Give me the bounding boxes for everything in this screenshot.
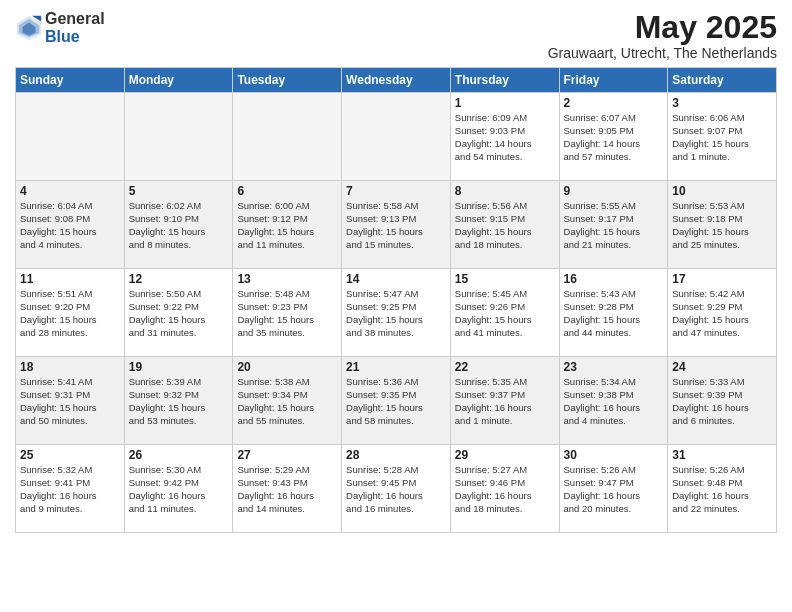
day-info: Sunrise: 5:27 AM Sunset: 9:46 PM Dayligh…	[455, 464, 555, 515]
day-number: 9	[564, 184, 664, 198]
day-number: 17	[672, 272, 772, 286]
day-info: Sunrise: 6:00 AM Sunset: 9:12 PM Dayligh…	[237, 200, 337, 251]
day-info: Sunrise: 5:56 AM Sunset: 9:15 PM Dayligh…	[455, 200, 555, 251]
day-number: 31	[672, 448, 772, 462]
day-info: Sunrise: 6:04 AM Sunset: 9:08 PM Dayligh…	[20, 200, 120, 251]
logo-icon	[15, 14, 43, 42]
calendar-cell: 20Sunrise: 5:38 AM Sunset: 9:34 PM Dayli…	[233, 357, 342, 445]
calendar-cell: 15Sunrise: 5:45 AM Sunset: 9:26 PM Dayli…	[450, 269, 559, 357]
day-info: Sunrise: 6:07 AM Sunset: 9:05 PM Dayligh…	[564, 112, 664, 163]
day-info: Sunrise: 6:02 AM Sunset: 9:10 PM Dayligh…	[129, 200, 229, 251]
day-number: 23	[564, 360, 664, 374]
calendar-cell: 21Sunrise: 5:36 AM Sunset: 9:35 PM Dayli…	[342, 357, 451, 445]
day-number: 1	[455, 96, 555, 110]
header-row: Sunday Monday Tuesday Wednesday Thursday…	[16, 68, 777, 93]
logo-text: General Blue	[45, 10, 105, 45]
calendar-cell: 5Sunrise: 6:02 AM Sunset: 9:10 PM Daylig…	[124, 181, 233, 269]
col-tuesday: Tuesday	[233, 68, 342, 93]
title-block: May 2025 Grauwaart, Utrecht, The Netherl…	[548, 10, 777, 61]
day-number: 26	[129, 448, 229, 462]
calendar-cell: 13Sunrise: 5:48 AM Sunset: 9:23 PM Dayli…	[233, 269, 342, 357]
day-info: Sunrise: 5:26 AM Sunset: 9:48 PM Dayligh…	[672, 464, 772, 515]
day-info: Sunrise: 5:55 AM Sunset: 9:17 PM Dayligh…	[564, 200, 664, 251]
day-info: Sunrise: 5:48 AM Sunset: 9:23 PM Dayligh…	[237, 288, 337, 339]
day-number: 27	[237, 448, 337, 462]
day-info: Sunrise: 5:47 AM Sunset: 9:25 PM Dayligh…	[346, 288, 446, 339]
day-number: 16	[564, 272, 664, 286]
col-wednesday: Wednesday	[342, 68, 451, 93]
calendar-cell	[124, 93, 233, 181]
day-number: 10	[672, 184, 772, 198]
day-info: Sunrise: 5:58 AM Sunset: 9:13 PM Dayligh…	[346, 200, 446, 251]
day-info: Sunrise: 5:39 AM Sunset: 9:32 PM Dayligh…	[129, 376, 229, 427]
col-thursday: Thursday	[450, 68, 559, 93]
day-number: 13	[237, 272, 337, 286]
calendar-cell: 29Sunrise: 5:27 AM Sunset: 9:46 PM Dayli…	[450, 445, 559, 533]
day-info: Sunrise: 5:32 AM Sunset: 9:41 PM Dayligh…	[20, 464, 120, 515]
day-number: 12	[129, 272, 229, 286]
calendar-cell	[233, 93, 342, 181]
calendar-cell: 24Sunrise: 5:33 AM Sunset: 9:39 PM Dayli…	[668, 357, 777, 445]
day-number: 4	[20, 184, 120, 198]
calendar-cell: 19Sunrise: 5:39 AM Sunset: 9:32 PM Dayli…	[124, 357, 233, 445]
calendar-cell: 14Sunrise: 5:47 AM Sunset: 9:25 PM Dayli…	[342, 269, 451, 357]
calendar-week-3: 11Sunrise: 5:51 AM Sunset: 9:20 PM Dayli…	[16, 269, 777, 357]
calendar-week-5: 25Sunrise: 5:32 AM Sunset: 9:41 PM Dayli…	[16, 445, 777, 533]
day-info: Sunrise: 5:29 AM Sunset: 9:43 PM Dayligh…	[237, 464, 337, 515]
day-info: Sunrise: 5:53 AM Sunset: 9:18 PM Dayligh…	[672, 200, 772, 251]
day-number: 15	[455, 272, 555, 286]
day-number: 3	[672, 96, 772, 110]
day-info: Sunrise: 5:38 AM Sunset: 9:34 PM Dayligh…	[237, 376, 337, 427]
day-info: Sunrise: 6:09 AM Sunset: 9:03 PM Dayligh…	[455, 112, 555, 163]
calendar-cell: 18Sunrise: 5:41 AM Sunset: 9:31 PM Dayli…	[16, 357, 125, 445]
day-number: 19	[129, 360, 229, 374]
day-number: 29	[455, 448, 555, 462]
calendar-cell: 8Sunrise: 5:56 AM Sunset: 9:15 PM Daylig…	[450, 181, 559, 269]
day-info: Sunrise: 5:35 AM Sunset: 9:37 PM Dayligh…	[455, 376, 555, 427]
day-info: Sunrise: 5:42 AM Sunset: 9:29 PM Dayligh…	[672, 288, 772, 339]
calendar-cell: 28Sunrise: 5:28 AM Sunset: 9:45 PM Dayli…	[342, 445, 451, 533]
day-info: Sunrise: 5:30 AM Sunset: 9:42 PM Dayligh…	[129, 464, 229, 515]
month-year-title: May 2025	[548, 10, 777, 45]
day-number: 8	[455, 184, 555, 198]
day-number: 7	[346, 184, 446, 198]
day-info: Sunrise: 5:34 AM Sunset: 9:38 PM Dayligh…	[564, 376, 664, 427]
calendar-week-1: 1Sunrise: 6:09 AM Sunset: 9:03 PM Daylig…	[16, 93, 777, 181]
day-info: Sunrise: 5:33 AM Sunset: 9:39 PM Dayligh…	[672, 376, 772, 427]
day-number: 14	[346, 272, 446, 286]
day-number: 30	[564, 448, 664, 462]
page-container: General Blue May 2025 Grauwaart, Utrecht…	[0, 0, 792, 543]
calendar-table: Sunday Monday Tuesday Wednesday Thursday…	[15, 67, 777, 533]
calendar-cell: 2Sunrise: 6:07 AM Sunset: 9:05 PM Daylig…	[559, 93, 668, 181]
day-number: 6	[237, 184, 337, 198]
day-number: 22	[455, 360, 555, 374]
day-info: Sunrise: 5:51 AM Sunset: 9:20 PM Dayligh…	[20, 288, 120, 339]
col-monday: Monday	[124, 68, 233, 93]
calendar-cell: 26Sunrise: 5:30 AM Sunset: 9:42 PM Dayli…	[124, 445, 233, 533]
calendar-cell: 16Sunrise: 5:43 AM Sunset: 9:28 PM Dayli…	[559, 269, 668, 357]
location-subtitle: Grauwaart, Utrecht, The Netherlands	[548, 45, 777, 61]
calendar-cell: 25Sunrise: 5:32 AM Sunset: 9:41 PM Dayli…	[16, 445, 125, 533]
calendar-cell: 30Sunrise: 5:26 AM Sunset: 9:47 PM Dayli…	[559, 445, 668, 533]
calendar-cell: 1Sunrise: 6:09 AM Sunset: 9:03 PM Daylig…	[450, 93, 559, 181]
calendar-cell	[342, 93, 451, 181]
col-friday: Friday	[559, 68, 668, 93]
calendar-week-4: 18Sunrise: 5:41 AM Sunset: 9:31 PM Dayli…	[16, 357, 777, 445]
calendar-cell: 4Sunrise: 6:04 AM Sunset: 9:08 PM Daylig…	[16, 181, 125, 269]
day-number: 5	[129, 184, 229, 198]
day-info: Sunrise: 5:36 AM Sunset: 9:35 PM Dayligh…	[346, 376, 446, 427]
day-number: 18	[20, 360, 120, 374]
calendar-cell: 9Sunrise: 5:55 AM Sunset: 9:17 PM Daylig…	[559, 181, 668, 269]
calendar-cell: 11Sunrise: 5:51 AM Sunset: 9:20 PM Dayli…	[16, 269, 125, 357]
calendar-cell: 17Sunrise: 5:42 AM Sunset: 9:29 PM Dayli…	[668, 269, 777, 357]
logo: General Blue	[15, 10, 105, 45]
logo-blue-text: Blue	[45, 28, 105, 46]
day-info: Sunrise: 5:26 AM Sunset: 9:47 PM Dayligh…	[564, 464, 664, 515]
day-number: 21	[346, 360, 446, 374]
day-info: Sunrise: 5:43 AM Sunset: 9:28 PM Dayligh…	[564, 288, 664, 339]
col-sunday: Sunday	[16, 68, 125, 93]
day-number: 28	[346, 448, 446, 462]
calendar-cell: 7Sunrise: 5:58 AM Sunset: 9:13 PM Daylig…	[342, 181, 451, 269]
calendar-cell: 6Sunrise: 6:00 AM Sunset: 9:12 PM Daylig…	[233, 181, 342, 269]
calendar-cell	[16, 93, 125, 181]
